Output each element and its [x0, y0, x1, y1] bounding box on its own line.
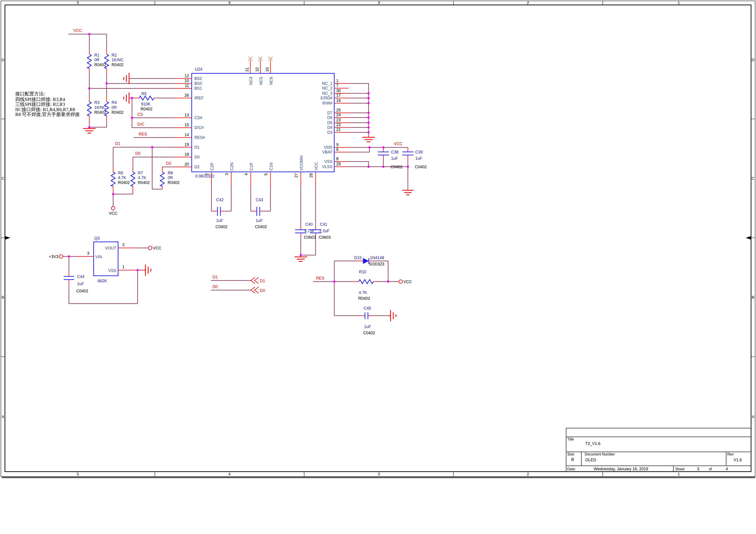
footprint-r7: R0402	[138, 180, 150, 185]
pin-name: VCOMH	[299, 155, 304, 171]
frame-row-label: C	[752, 176, 754, 181]
ref-r1: R1	[94, 53, 99, 57]
right-center-arrow-icon	[746, 236, 751, 240]
frame-col-label: 2	[527, 1, 529, 5]
pin-number: 15	[184, 123, 189, 127]
ground-icon	[124, 73, 129, 84]
net-label-res: RES	[316, 276, 324, 280]
config-notes: 接口配置方法: 四线SPI接口焊接: R3,R4 三线SPI接口焊接: R2,R…	[15, 91, 80, 117]
sheet-frame: 5 4 3 2 1 5 4 3 2 1 D C B A D C B A	[1, 1, 755, 478]
ref-r4: R4	[112, 100, 117, 105]
pin-number: 9	[336, 143, 338, 147]
value-c44: 1uF	[77, 281, 84, 286]
pin-number: 18	[184, 152, 189, 157]
ref-c45: C45	[364, 306, 371, 310]
value-r7: 4.7K	[138, 175, 146, 180]
net-label-vcc: VCC	[394, 142, 402, 146]
port-label-vcc: VCC	[109, 211, 118, 216]
pin-name: R/W#	[322, 101, 333, 105]
pin-name: NC_3	[322, 91, 333, 96]
rev-value: V1.6	[734, 458, 742, 462]
pin-name: D5	[327, 120, 333, 125]
note-line: IIC接口焊接: R1,R4,R6,R7,R8	[15, 107, 75, 112]
pin-number: 23	[336, 118, 341, 122]
capacitor-c45	[365, 312, 368, 319]
pin-name: BS1	[194, 86, 202, 91]
capacitor-c42	[218, 207, 220, 216]
pin-number: 25	[336, 108, 341, 112]
value-c43: 1uF	[256, 218, 263, 223]
doc-number: OLED	[585, 458, 596, 462]
vcc-port-icon	[111, 206, 115, 210]
pin-name: NC6	[269, 77, 273, 85]
pin-name: VLSS	[322, 165, 333, 169]
pin-number: 6	[336, 147, 338, 152]
pin-name: D6	[327, 115, 333, 120]
footprint-c38: C0402	[391, 165, 402, 169]
ground-icon	[124, 93, 129, 104]
sheet-total: 4	[726, 467, 728, 471]
offpage-label-d0: D0	[260, 288, 265, 293]
doc-number-label: Document Number	[585, 452, 615, 456]
footprint-r5: R0402	[141, 107, 152, 111]
pin-name: NC4	[249, 77, 253, 85]
footprint-r8: R0402	[168, 180, 179, 185]
pin-name: C2N	[230, 162, 234, 171]
capacitor-c39	[402, 152, 414, 155]
pin-number: 16	[336, 98, 341, 103]
pin-name: NC_2	[322, 86, 333, 91]
pin-number: 1	[336, 79, 338, 83]
charge-pump-caps: C42 1uF C0402 C43 1uF C0402 C40 4.7uF C0…	[211, 187, 331, 261]
footprint-c41: C0603	[319, 235, 331, 240]
footprint-r6: R0402	[118, 180, 130, 185]
pin-number: 17	[336, 93, 341, 97]
regulator-q3: Q3 VOUT VIN VSS 2 3 1 662K +3V3 VCC C44 …	[49, 236, 161, 304]
ref-c42: C42	[216, 198, 224, 202]
net-label-dc: D/C	[137, 122, 144, 126]
ground-icon	[362, 137, 375, 142]
port-label-p3v3: +3V3	[49, 254, 58, 259]
pin-number: 33	[265, 67, 270, 72]
pin-name: CS#	[194, 116, 202, 120]
pin-number: 29	[336, 162, 341, 166]
size-label: Size	[567, 452, 574, 456]
ref-r6: R6	[118, 171, 123, 175]
pin-number: 11	[185, 84, 189, 88]
offpage-chevron-icon	[251, 277, 258, 293]
ref-r3: R3	[94, 100, 99, 105]
value-r5: 910K	[141, 102, 150, 106]
pin-name: BS0	[194, 81, 202, 86]
frame-col-label: 2	[527, 472, 529, 476]
pin-name: C2P	[210, 163, 214, 171]
frame-col-label: 4	[228, 472, 230, 476]
reset-network: RES D15 1N4148 SOD323 R10 4.7K R0402 VCC…	[313, 255, 412, 335]
value-r2: 1K/NC	[112, 58, 123, 62]
value-c45: 1uF	[364, 324, 371, 329]
title-block: Title T3_V1.6 Size B Document Number OLE…	[566, 428, 751, 472]
pin-name: D1	[194, 145, 200, 149]
footprint-c45: C0402	[363, 331, 375, 335]
pin-number: 5	[264, 173, 268, 175]
net-label-d0: D0	[135, 151, 141, 156]
sheet-label: Sheet	[675, 467, 685, 471]
pin-number: 26	[184, 93, 189, 97]
pin-name: D0	[194, 155, 200, 159]
pin-number: 32	[255, 67, 259, 72]
pin-name: RES#	[194, 135, 205, 140]
vcc-port-icon	[148, 246, 152, 250]
footprint-r1: R0402	[94, 63, 106, 67]
ref-r10: R10	[359, 270, 366, 274]
footprint-r4: R0402	[112, 110, 123, 115]
ref-c41: C41	[320, 222, 327, 227]
ref-c43: C43	[256, 198, 263, 202]
pin-name: E/RD#	[320, 96, 333, 100]
note-line: R8 可不焊接,官方手册要求焊接	[15, 112, 80, 117]
resistor-r5	[139, 96, 154, 100]
pin-name: VSS	[324, 159, 333, 164]
note-line: 四线SPI接口焊接: R3,R4	[15, 97, 65, 102]
pin-number: 7	[336, 83, 338, 88]
offpage-label-d1: D1	[260, 279, 265, 283]
pin-number: 1	[122, 265, 124, 269]
ref-r5: R5	[141, 92, 147, 96]
ground-icon	[144, 265, 151, 276]
